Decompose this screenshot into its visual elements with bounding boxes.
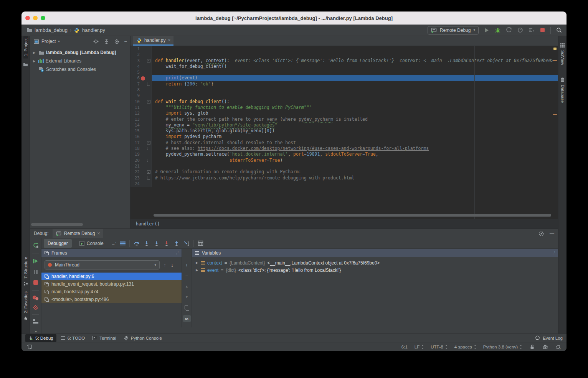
pause-button[interactable] bbox=[33, 269, 39, 275]
editor-tab-handler-py[interactable]: handler.py × bbox=[133, 36, 173, 46]
move-up-button[interactable]: ▲ bbox=[183, 281, 191, 292]
code-editor[interactable]: 123def handler(event, context): event: <… bbox=[130, 46, 558, 219]
error-stripe-mark[interactable] bbox=[553, 114, 557, 115]
code-line-9[interactable]: 9 bbox=[130, 93, 558, 99]
code-line-18[interactable]: 18 # see also: https://docs.docker.com/d… bbox=[130, 146, 558, 151]
code-line-15[interactable]: 15 sys.path.insert(0, glob.glob(my_venv)… bbox=[130, 128, 558, 134]
indent-selector[interactable]: 4 spaces bbox=[454, 345, 476, 349]
stop-button[interactable] bbox=[539, 27, 545, 33]
toolwindow-todo-button[interactable]: 6: TODO bbox=[58, 334, 88, 342]
concurrency-diagram-button[interactable] bbox=[528, 27, 534, 33]
hide-panel-button[interactable]: − bbox=[124, 39, 127, 44]
tab-debugger[interactable]: Debugger bbox=[44, 239, 72, 248]
close-window-button[interactable] bbox=[25, 16, 30, 20]
code-line-22[interactable]: 22# General information on remote debugg… bbox=[130, 169, 558, 175]
collapse-all-button[interactable] bbox=[103, 38, 109, 44]
resume-button[interactable] bbox=[33, 258, 39, 264]
settings-gear-icon[interactable] bbox=[114, 38, 120, 44]
project-view-selector[interactable]: Project ▾ bbox=[33, 38, 60, 44]
commander-folder-icon[interactable] bbox=[23, 61, 29, 67]
stack-frame-row[interactable]: <module>, bootstrap.py:486 bbox=[41, 296, 182, 303]
breadcrumb-project[interactable]: lambda_debug bbox=[35, 27, 68, 33]
add-watch-button[interactable]: + bbox=[183, 260, 191, 270]
context-function[interactable]: handler() bbox=[136, 221, 160, 227]
step-over-button[interactable] bbox=[134, 240, 140, 247]
incognito-icon[interactable] bbox=[542, 344, 548, 350]
move-down-button[interactable]: ▼ bbox=[183, 292, 191, 302]
encoding-selector[interactable]: UTF-8 bbox=[431, 345, 448, 349]
remove-watch-button[interactable]: − bbox=[183, 270, 191, 281]
code-line-20[interactable]: 20 stderrToServer=True) bbox=[130, 158, 558, 163]
code-line-1[interactable]: 1 bbox=[130, 46, 558, 52]
fold-marker-icon[interactable] bbox=[147, 82, 150, 86]
code-line-21[interactable]: 21 bbox=[130, 163, 558, 169]
sidebar-item-favorites[interactable]: 2: Favorites bbox=[23, 289, 29, 324]
interpreter-selector[interactable]: Python 3.8 (venv) bbox=[483, 345, 522, 349]
code-line-11[interactable]: 11 """Utility function to enable debuggi… bbox=[130, 105, 558, 110]
restore-windows-icon[interactable] bbox=[27, 345, 31, 349]
minimize-window-button[interactable] bbox=[33, 16, 38, 20]
code-line-16[interactable]: 16 import pydevd_pycharm bbox=[130, 134, 558, 140]
code-line-14[interactable]: 14 my_venv = "venv/lib/python*/site-pack… bbox=[130, 122, 558, 128]
sidebar-item-database[interactable]: Database bbox=[560, 74, 566, 105]
pin-panel-icon[interactable]: →' bbox=[550, 251, 555, 255]
tab-console[interactable]: Console bbox=[76, 239, 107, 248]
toolwindow-python-console-button[interactable]: Python Console bbox=[121, 334, 165, 342]
more-actions-icon[interactable]: » bbox=[35, 329, 36, 334]
code-line-13[interactable]: 13 # enter the correct path here to your… bbox=[130, 117, 558, 122]
code-line-5[interactable]: 5 bbox=[130, 69, 558, 75]
run-to-cursor-button[interactable] bbox=[183, 240, 190, 247]
search-everywhere-button[interactable] bbox=[556, 27, 562, 33]
tree-item-project-root[interactable]: ▶ lambda_debug [Lambda Debug] bbox=[30, 48, 130, 57]
mute-breakpoints-button[interactable] bbox=[33, 305, 38, 310]
code-line-17[interactable]: 17 # host.docker.internal should resolve… bbox=[130, 140, 558, 146]
project-horizontal-scrollbar[interactable] bbox=[31, 223, 83, 226]
coverage-button[interactable] bbox=[506, 27, 512, 33]
code-line-19[interactable]: 19 pydevd_pycharm.settrace('host.docker.… bbox=[130, 151, 558, 157]
thread-selector[interactable]: MainThread ▾ bbox=[45, 260, 160, 270]
run-button[interactable] bbox=[484, 27, 490, 33]
stop-debug-button[interactable] bbox=[33, 279, 39, 286]
step-into-my-code-button[interactable] bbox=[164, 240, 170, 247]
caret-position[interactable]: 6:1 bbox=[401, 345, 408, 349]
rerun-button[interactable] bbox=[33, 242, 39, 248]
editor-horizontal-scrollbar[interactable] bbox=[154, 214, 551, 217]
stack-frame-row[interactable]: handle_event_request, bootstrap.py:131 bbox=[41, 280, 182, 288]
step-out-button[interactable] bbox=[173, 240, 180, 247]
code-line-7[interactable]: 7 return {200: "ok"} bbox=[130, 81, 558, 87]
step-into-button[interactable] bbox=[144, 240, 150, 247]
event-log-button[interactable]: Event Log bbox=[534, 335, 563, 341]
lock-icon[interactable] bbox=[529, 344, 535, 350]
code-line-24[interactable]: 24 bbox=[130, 181, 558, 187]
show-watches-toggle[interactable]: ∞ bbox=[183, 313, 191, 324]
code-line-4[interactable]: 4 wait_for_debug_client() bbox=[130, 64, 558, 69]
close-session-icon[interactable]: × bbox=[97, 231, 100, 236]
fold-marker-icon[interactable] bbox=[147, 100, 150, 104]
expand-arrow-icon[interactable]: ▶ bbox=[32, 59, 36, 63]
toolwindow-terminal-button[interactable]: Terminal bbox=[89, 334, 119, 342]
layout-options-icon[interactable] bbox=[120, 242, 126, 245]
fold-marker-icon[interactable] bbox=[147, 59, 150, 62]
code-line-6[interactable]: 6 print(event) bbox=[130, 75, 558, 81]
tree-item-external-libraries[interactable]: ▶ External Libraries bbox=[30, 57, 130, 65]
restore-layout-button[interactable] bbox=[33, 319, 38, 324]
error-stripe-warning-mark[interactable] bbox=[553, 48, 557, 50]
expand-arrow-icon[interactable]: ▶ bbox=[196, 268, 199, 272]
variable-row[interactable]: ▶context={LambdaContext}<__main__.Lambda… bbox=[192, 259, 558, 266]
evaluate-expression-button[interactable] bbox=[198, 240, 204, 247]
view-breakpoints-button[interactable] bbox=[33, 295, 38, 300]
sidebar-item-project[interactable]: 1: Project bbox=[23, 36, 28, 58]
stack-frame-row[interactable]: handler, handler.py:6 bbox=[41, 273, 182, 280]
breakpoint-dot[interactable] bbox=[141, 76, 145, 81]
debug-button[interactable] bbox=[495, 27, 501, 33]
settings-gear-icon[interactable] bbox=[538, 230, 544, 237]
pin-panel-icon[interactable]: →' bbox=[174, 251, 178, 255]
expand-arrow-icon[interactable]: ▶ bbox=[32, 51, 36, 54]
tree-item-scratches[interactable]: Scratches and Consoles bbox=[30, 65, 130, 74]
fold-marker-icon[interactable] bbox=[147, 176, 150, 180]
previous-frame-button[interactable]: ↑ bbox=[164, 262, 166, 268]
code-line-23[interactable]: 23# https://www.jetbrains.com/help/pycha… bbox=[130, 175, 558, 181]
next-frame-button[interactable]: ↓ bbox=[171, 262, 173, 268]
fold-marker-icon[interactable] bbox=[147, 147, 150, 150]
fold-marker-icon[interactable] bbox=[147, 141, 150, 145]
